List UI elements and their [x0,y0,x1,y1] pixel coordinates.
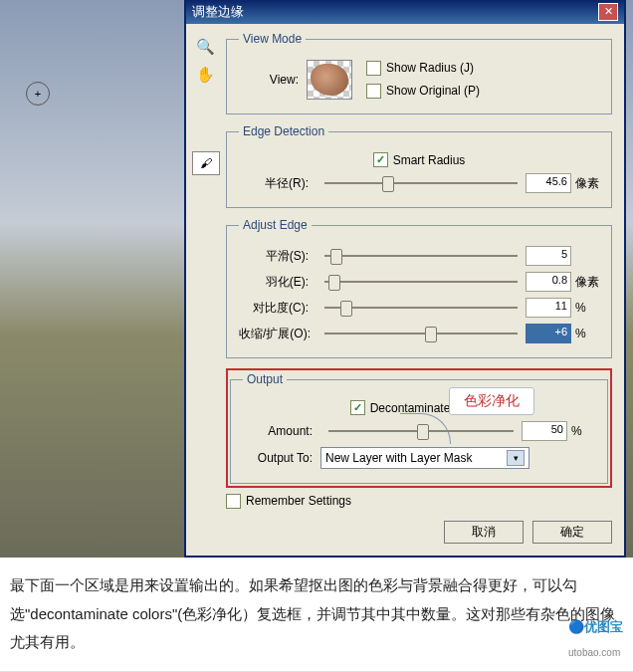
article-text: 最下面一个区域是用来设置输出的。如果希望抠出图的色彩与背景融合得更好，可以勾选"… [10,576,615,650]
amount-input[interactable]: 50 [522,421,567,441]
radius-slider[interactable] [324,175,518,191]
contrast-input[interactable]: 11 [526,298,571,318]
refine-brush-tool[interactable]: 🖌 [192,151,220,175]
ok-button[interactable]: 确定 [532,521,612,544]
smart-radius-label: Smart Radius [393,153,466,167]
output-group: Output Decontaminate Colors Amount:50% O… [230,372,608,484]
feather-unit: 像素 [575,274,599,291]
amount-label: Amount: [243,424,313,438]
radius-unit: 像素 [575,175,599,192]
amount-slider[interactable] [328,423,514,439]
remember-label: Remember Settings [246,494,351,508]
show-original-checkbox[interactable] [366,84,381,99]
feather-input[interactable]: 0.8 [526,272,571,292]
view-label: View: [239,73,299,87]
contrast-unit: % [575,301,599,315]
cancel-button[interactable]: 取消 [444,521,524,544]
close-button[interactable]: ✕ [598,3,618,21]
smooth-label: 平滑(S): [239,248,309,265]
output-to-value: New Layer with Layer Mask [325,451,472,465]
radius-label: 半径(R): [239,175,309,192]
edge-detection-group: Edge Detection Smart Radius 半径(R): 45.6 … [226,124,612,208]
shift-slider[interactable] [324,326,518,341]
titlebar[interactable]: 调整边缘 ✕ [186,0,624,24]
shift-input[interactable]: +6 [526,324,571,343]
output-highlight-box: Output Decontaminate Colors Amount:50% O… [226,368,612,488]
feather-label: 羽化(E): [239,274,309,291]
adjust-edge-group: Adjust Edge 平滑(S):5 羽化(E):0.8像素 对比度(C):1… [226,218,612,358]
dialog-title: 调整边缘 [192,3,244,21]
hand-tool-icon[interactable]: ✋ [194,64,216,86]
contrast-label: 对比度(C): [239,300,309,317]
zoom-tool-icon[interactable]: 🔍 [194,36,216,58]
view-thumbnail[interactable] [307,60,352,100]
shift-label: 收缩/扩展(O): [239,326,309,342]
chevron-down-icon: ▾ [507,450,525,466]
output-to-select[interactable]: New Layer with Layer Mask▾ [320,447,529,469]
cursor-target-icon: + [26,82,50,106]
feather-slider[interactable] [324,274,518,290]
smooth-slider[interactable] [324,248,518,264]
show-original-label: Show Original (P) [386,84,480,98]
view-mode-group: View Mode View: Show Radius (J) Show Ori… [226,32,612,114]
callout-label: 色彩净化 [449,387,534,415]
amount-unit: % [571,424,595,438]
decontaminate-checkbox[interactable] [350,400,365,415]
view-mode-legend: View Mode [239,32,306,46]
refine-edge-dialog: 调整边缘 ✕ 🔍 ✋ 🖌 View Mode View: Show Radius… [184,0,626,558]
edge-legend: Edge Detection [239,124,328,138]
output-to-label: Output To: [243,451,313,465]
shift-unit: % [575,327,599,340]
output-legend: Output [243,372,287,386]
smart-radius-checkbox[interactable] [373,152,388,167]
show-radius-label: Show Radius (J) [386,61,474,75]
radius-input[interactable]: 45.6 [526,173,571,193]
remember-checkbox[interactable] [226,494,241,509]
smooth-input[interactable]: 5 [526,246,571,266]
show-radius-checkbox[interactable] [366,61,381,76]
contrast-slider[interactable] [324,300,518,316]
adjust-legend: Adjust Edge [239,218,312,232]
site-logo: 🔵优图宝utobao.com [568,615,623,664]
